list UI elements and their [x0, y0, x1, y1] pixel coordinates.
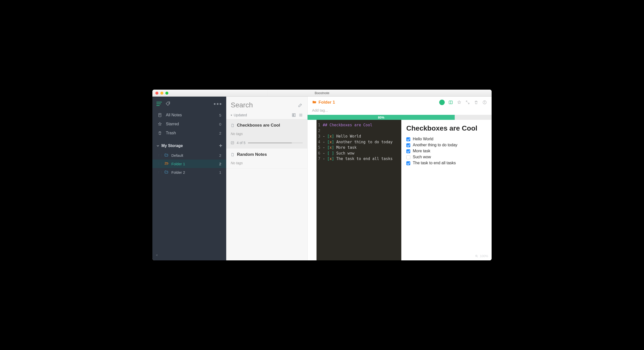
collapse-sidebar-button[interactable]: « [156, 253, 158, 257]
drag-handle-icon[interactable]: ⋮⋮ [158, 162, 163, 166]
folder-label: Folder 1 [171, 162, 185, 166]
more-menu-icon[interactable]: ●●● [214, 102, 222, 106]
editor-toolbar: Folder 1 [308, 97, 492, 108]
storage-label: My Storage [161, 144, 183, 148]
folder-icon [164, 162, 169, 166]
sort-label: Updated [234, 113, 247, 117]
view-compact-icon[interactable] [292, 113, 296, 117]
folder-item-default[interactable]: ⋮⋮Default2 [152, 151, 226, 160]
fullscreen-button[interactable] [465, 100, 470, 105]
checkbox-icon [231, 141, 234, 145]
zoom-icon [475, 254, 478, 258]
folder-count: 1 [219, 170, 221, 175]
star-button[interactable] [457, 100, 462, 105]
markdown-editor[interactable]: 1234567 ## Checkboxes are Cool - [x] Hel… [316, 120, 401, 260]
sidebar-item-count: 5 [219, 113, 221, 117]
checkbox[interactable] [406, 161, 410, 165]
drag-handle-icon[interactable]: ⋮⋮ [158, 154, 163, 157]
code-lines[interactable]: ## Checkboxes are Cool - [x] Hello World… [323, 122, 398, 258]
folder-label: Folder 2 [171, 170, 185, 175]
color-indicator[interactable] [439, 100, 445, 105]
app-window: Boostnote ●●● All Notes5Starred0Trash2 M… [152, 90, 492, 260]
folder-label: Default [171, 153, 183, 158]
checklist-item[interactable]: Hello World [406, 137, 486, 141]
svg-line-17 [477, 256, 478, 257]
window-controls [156, 92, 168, 95]
breadcrumb-folder[interactable]: Folder 1 [312, 100, 335, 105]
zoom-label: 100% [480, 254, 488, 258]
drag-handle-icon[interactable]: ⋮⋮ [158, 171, 163, 174]
preview-checklist: Hello WorldAnother thing to do todayMore… [406, 137, 486, 165]
all-notes-icon [158, 113, 162, 118]
folder-open-icon [312, 100, 316, 105]
sidebar-nav: All Notes5Starred0Trash2 [152, 109, 226, 139]
svg-rect-5 [292, 115, 294, 117]
svg-rect-6 [294, 114, 295, 117]
sidebar-item-count: 0 [219, 122, 221, 126]
markdown-preview: Checkboxes are Cool Hello WorldAnother t… [401, 120, 492, 260]
progress-text: 4 of 5 [237, 141, 246, 145]
starred-icon [158, 122, 162, 127]
checklist-item[interactable]: Such wow [406, 155, 486, 159]
close-window-button[interactable] [156, 92, 158, 95]
trash-icon [158, 131, 162, 136]
sidebar-item-trash[interactable]: Trash2 [152, 129, 226, 138]
split-view-button[interactable] [448, 100, 453, 105]
checklist-text: More task [413, 149, 430, 153]
checklist-text: Hello World [413, 137, 433, 141]
titlebar[interactable]: Boostnote [152, 90, 492, 97]
editor-panel: Folder 1 [308, 97, 492, 260]
storage-header[interactable]: My Storage + [152, 139, 226, 151]
folder-item-folder-1[interactable]: ⋮⋮Folder 12 [152, 160, 226, 168]
checklist-text: Another thing to do today [413, 143, 458, 147]
note-list-header: Search [226, 97, 307, 111]
sort-bar[interactable]: ▾ Updated [226, 111, 307, 119]
document-icon [231, 153, 234, 157]
info-button[interactable] [482, 100, 487, 105]
svg-point-0 [168, 103, 169, 103]
sidebar: ●●● All Notes5Starred0Trash2 My Storage … [152, 97, 226, 260]
sidebar-item-count: 2 [219, 131, 221, 135]
note-list-panel: Search ▾ Updated Checkboxes are CoolNo t [226, 97, 308, 260]
zoom-window-button[interactable] [165, 92, 168, 95]
checkbox[interactable] [406, 155, 410, 159]
tag-input[interactable]: Add tag... [308, 108, 492, 115]
sidebar-item-starred[interactable]: Starred0 [152, 120, 226, 129]
folder-item-folder-2[interactable]: ⋮⋮Folder 21 [152, 168, 226, 176]
checkbox[interactable] [406, 143, 410, 147]
note-cards: Checkboxes are CoolNo tags4 of 5Random N… [226, 119, 307, 169]
menu-icon[interactable] [156, 102, 162, 106]
chevron-down-icon: ▾ [231, 114, 232, 117]
sidebar-top: ●●● [152, 97, 226, 109]
folder-count: 2 [219, 153, 221, 158]
note-tags: No tags [231, 132, 303, 136]
folder-count: 2 [219, 162, 221, 166]
note-progress: 4 of 5 [231, 141, 303, 145]
progress-label: 80% [378, 116, 384, 119]
minimize-window-button[interactable] [160, 92, 163, 95]
note-card-checkboxes[interactable]: Checkboxes are CoolNo tags4 of 5 [226, 119, 307, 149]
note-progress-bar: 80% [308, 115, 492, 120]
tag-icon[interactable] [165, 101, 171, 107]
checkbox[interactable] [406, 149, 410, 153]
checkbox[interactable] [406, 137, 410, 141]
folder-list: ⋮⋮Default2⋮⋮Folder 12⋮⋮Folder 21 [152, 151, 226, 176]
new-note-button[interactable] [298, 103, 303, 108]
view-list-icon[interactable] [299, 113, 303, 117]
sidebar-item-all-notes[interactable]: All Notes5 [152, 111, 226, 120]
checklist-item[interactable]: More task [406, 149, 486, 153]
folder-icon [164, 153, 169, 158]
note-title: Random Notes [237, 152, 267, 157]
checklist-item[interactable]: Another thing to do today [406, 143, 486, 147]
folder-icon [164, 170, 169, 175]
add-folder-button[interactable]: + [219, 143, 222, 149]
zoom-control[interactable]: 100% [475, 254, 488, 258]
svg-point-15 [484, 101, 485, 102]
chevron-down-icon [156, 144, 160, 147]
checklist-item[interactable]: The task to end all tasks [406, 161, 486, 165]
note-card-random[interactable]: Random NotesNo tags [226, 149, 307, 169]
trash-button[interactable] [474, 100, 479, 105]
preview-heading: Checkboxes are Cool [406, 124, 486, 132]
note-title: Checkboxes are Cool [237, 123, 280, 128]
search-input[interactable]: Search [231, 101, 298, 109]
